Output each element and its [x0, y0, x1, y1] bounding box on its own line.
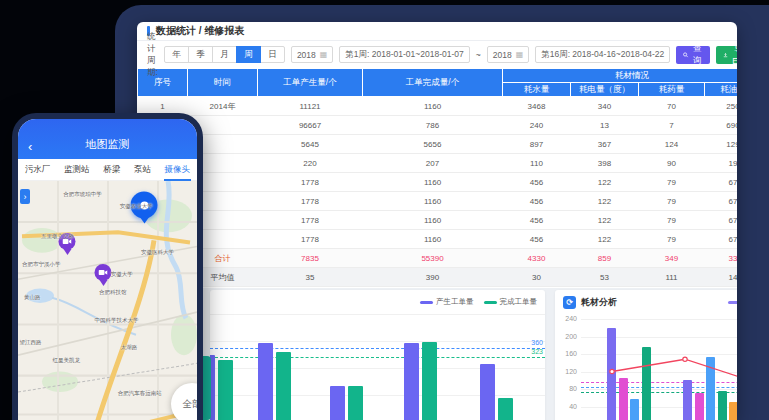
table-row[interactable]: 96667786240137690: [138, 116, 738, 135]
cell-value: 456: [503, 230, 571, 249]
year-start-value: 2018: [297, 50, 316, 60]
cell-value: 7835: [258, 249, 363, 268]
phone-tab[interactable]: 监测站: [63, 160, 91, 180]
selected-camera-pin[interactable]: [131, 192, 158, 229]
filter-label: 统计周期:: [147, 31, 158, 79]
map-poi-label: 红星美凯龙: [53, 356, 81, 363]
query-button[interactable]: 查询: [676, 46, 710, 64]
report-table-body: 12014年1112111603468340702509666778624013…: [138, 97, 738, 287]
phone-header: ‹ 地图监测: [18, 119, 197, 159]
cell-value: 14: [705, 268, 738, 287]
map-poi-label: 太湖路: [121, 344, 138, 351]
cell-value: 124: [639, 135, 705, 154]
cell-value: 220: [258, 154, 363, 173]
bar: [422, 342, 437, 420]
week-start-value: 第1周: 2018-01-01~2018-01-07: [345, 49, 463, 61]
phone-tab[interactable]: 泵站: [133, 160, 152, 180]
cell-value: 3468: [503, 97, 571, 116]
table-row[interactable]: 12014年111211160346834070250: [138, 97, 738, 116]
map-poi-label: 合肥市宁溪小学: [22, 261, 61, 268]
map-poi-label: 安徽农业大学: [120, 203, 153, 210]
cell-value: 240: [503, 116, 571, 135]
bar: [480, 364, 495, 420]
cell-value: 349: [639, 249, 705, 268]
cell-value: 79: [639, 230, 705, 249]
cell-value: 79: [639, 211, 705, 230]
map-poi-label: 合肥科技馆: [99, 288, 127, 295]
phone-screen: ‹ 地图监测 污水厂监测站桥梁泵站摄像头: [18, 119, 197, 420]
cell-value: 19: [705, 154, 738, 173]
cell-value: 96667: [258, 116, 363, 135]
phone-tab-bar: 污水厂监测站桥梁泵站摄像头: [18, 159, 197, 181]
cell-value: 4330: [503, 249, 571, 268]
year-end-value: 2018: [493, 50, 512, 60]
table-row[interactable]: 177811604561227967: [138, 173, 738, 192]
cell-value: 13: [571, 116, 639, 135]
map-poi-label: 五里墩立交桥: [41, 233, 74, 240]
bar: [258, 343, 273, 420]
cell-value: 35: [258, 268, 363, 287]
cell-value: 111: [639, 268, 705, 287]
phone-tab[interactable]: 污水厂: [24, 160, 52, 180]
table-row[interactable]: 2202071103989019: [138, 154, 738, 173]
period-option[interactable]: 季: [188, 46, 213, 63]
map-poi-label: 合肥汽车客运南站: [118, 389, 162, 396]
cell-value: 55390: [363, 249, 503, 268]
stage: 数据统计 / 维修报表 统计周期: 年季月周日 2018 ▦ 第1周: 2018…: [0, 0, 769, 420]
export-excel-button[interactable]: 导出Excel: [716, 46, 737, 64]
trend-line: [555, 290, 737, 420]
map-expander[interactable]: ›: [20, 189, 30, 204]
range-separator: ~: [476, 50, 481, 60]
period-option[interactable]: 月: [212, 46, 237, 63]
bar: [348, 386, 363, 420]
map-poi-label: 望江西路: [20, 339, 42, 346]
cell-value: 897: [503, 135, 571, 154]
phone-title: 地图监测: [86, 137, 130, 152]
cell-value: 1778: [258, 192, 363, 211]
cell-value: 53: [571, 268, 639, 287]
header-row: 序号时间工单产生量/个工单完成量/个耗材情况: [138, 69, 738, 83]
cell-value: 1160: [363, 173, 503, 192]
phone-mockup: ‹ 地图监测 污水厂监测站桥梁泵站摄像头: [12, 113, 203, 420]
sub-column-header: 耗油量: [705, 83, 738, 97]
cell-value: 122: [571, 173, 639, 192]
camera-marker[interactable]: [95, 264, 112, 290]
period-segment: 年季月周日: [164, 46, 285, 63]
cell-value: 79: [639, 192, 705, 211]
legend-swatch: [728, 301, 737, 304]
column-header: 工单产生量/个: [258, 69, 363, 97]
week-end-field[interactable]: 第16周: 2018-04-16~2018-04-22: [535, 46, 670, 63]
cell-value: 456: [503, 173, 571, 192]
back-icon[interactable]: ‹: [28, 140, 32, 153]
period-option[interactable]: 年: [164, 46, 189, 63]
bar: [404, 343, 419, 420]
table-row[interactable]: 177811604561227967: [138, 230, 738, 249]
cell-time: 2014年: [188, 97, 258, 116]
cell-value: 367: [571, 135, 639, 154]
camera-icon: [99, 269, 108, 276]
cell-value: 390: [363, 268, 503, 287]
cell-value: 1160: [363, 97, 503, 116]
query-label: 查询: [692, 43, 703, 67]
week-start-field[interactable]: 第1周: 2018-01-01~2018-01-07: [339, 46, 469, 63]
cell-value: 456: [503, 192, 571, 211]
year-start-select[interactable]: 2018 ▦: [291, 46, 333, 63]
sub-column-header: 耗电量（度）: [571, 83, 639, 97]
cell-value: 122: [571, 192, 639, 211]
year-end-select[interactable]: 2018 ▦: [487, 46, 529, 63]
phone-tab[interactable]: 桥梁: [102, 160, 121, 180]
table-row[interactable]: 177811604561227967: [138, 211, 738, 230]
map-poi-label: 合肥市琥珀中学: [63, 190, 102, 197]
map-view[interactable]: ›: [18, 181, 197, 420]
table-row[interactable]: 56455656897367124129: [138, 135, 738, 154]
table-row[interactable]: 177811604561227967: [138, 192, 738, 211]
phone-tab[interactable]: 摄像头: [164, 160, 192, 180]
week-end-value: 第16周: 2018-04-16~2018-04-22: [541, 49, 664, 61]
period-option[interactable]: 周: [236, 46, 261, 63]
cell-value: 67: [705, 192, 738, 211]
period-option[interactable]: 日: [260, 46, 285, 63]
column-header: 时间: [188, 69, 258, 97]
consumables-chart-plot: 2402001601208040: [555, 290, 737, 420]
cell-value: 1778: [258, 173, 363, 192]
cell-value: 5656: [363, 135, 503, 154]
